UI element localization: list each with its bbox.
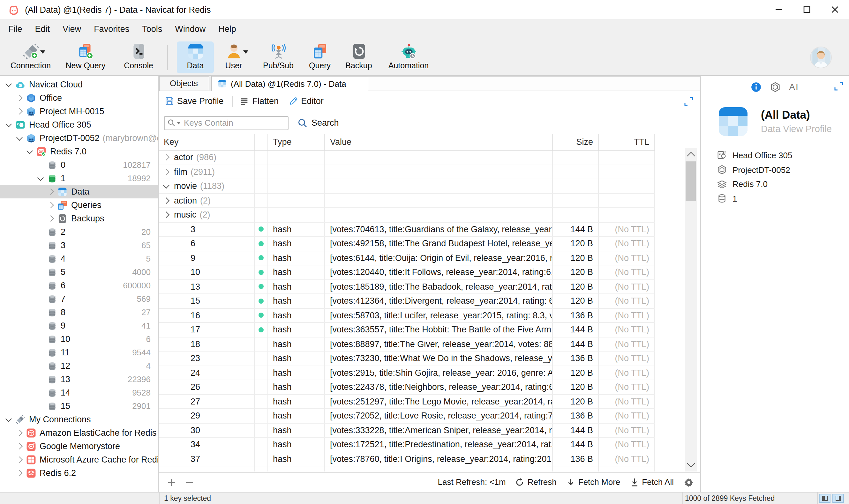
key-cell[interactable]: 18 [159, 337, 255, 352]
close-button[interactable] [821, 0, 849, 19]
scroll-up-icon[interactable] [687, 152, 695, 160]
scroll-down-icon[interactable] [687, 460, 695, 467]
info-icon[interactable] [751, 82, 762, 92]
expand-view-icon[interactable] [684, 97, 693, 106]
table-row-23[interactable]: 23hash[votes:73230, title:What We Do in … [159, 352, 655, 366]
tree-item-data[interactable]: Data [0, 185, 158, 198]
user-avatar[interactable] [810, 47, 832, 68]
flatten-button[interactable]: Flatten [240, 97, 279, 106]
value-cell[interactable]: [votes:363557, title:The Hobbit: The Bat… [325, 323, 552, 337]
value-cell[interactable] [325, 179, 552, 194]
value-cell[interactable]: [votes:58703, title:Lucifer, release_yea… [325, 308, 552, 323]
tree-item-navicat-cloud[interactable]: Navicat Cloud [0, 78, 158, 91]
tree-item-6[interactable]: 6600000 [0, 279, 158, 292]
tree-item-amazon-elasticache-for-redis[interactable]: Amazon ElastiCache for Redis [0, 426, 158, 439]
keys-contain-input[interactable] [164, 116, 288, 130]
key-cell[interactable]: actor(986) [159, 150, 255, 165]
key-cell[interactable]: 13 [159, 280, 255, 294]
table-row-37[interactable]: 37hash[votes:78760, title:I Origins, rel… [159, 452, 655, 466]
expand-arrow-icon[interactable] [164, 198, 172, 203]
collapse-arrow-icon[interactable] [6, 123, 15, 126]
toolbar-button-connection[interactable]: Connection [4, 41, 57, 73]
tree-item-projectdt-0052[interactable]: ProjectDT-0052(marybrown@g [0, 131, 158, 145]
table-row-action[interactable]: action(2) [159, 194, 655, 208]
toolbar-button-console[interactable]: Console [116, 41, 161, 73]
tree-item-7[interactable]: 7569 [0, 292, 158, 306]
value-cell[interactable]: [votes:333228, title:American Sniper, re… [325, 423, 552, 438]
table-row-26[interactable]: 26hash[votes:224378, title:Neighbors, re… [159, 380, 655, 395]
toolbar-button-query[interactable]: Query [303, 41, 337, 73]
table-row-30[interactable]: 30hash[votes:333228, title:American Snip… [159, 423, 655, 438]
value-cell[interactable]: [votes:704613, title:Guardians of the Ga… [325, 222, 552, 237]
refresh-button[interactable]: Refresh [515, 477, 556, 487]
menu-item-window[interactable]: Window [169, 19, 212, 39]
toggle-left-pane-button[interactable] [819, 493, 831, 502]
column-header-ttl[interactable]: TTL [599, 134, 655, 150]
table-row-actor[interactable]: actor(986) [159, 150, 655, 165]
table-row-13[interactable]: 13hash[votes:185189, title:The Babadook,… [159, 280, 655, 294]
tree-item-12[interactable]: 124 [0, 359, 158, 373]
collapse-arrow-icon[interactable] [17, 137, 26, 139]
dropdown-caret-icon[interactable] [243, 50, 248, 54]
fetch-more-button[interactable]: Fetch More [566, 477, 620, 487]
value-cell[interactable]: [votes:88897, title:The Giver, release_y… [325, 337, 552, 352]
value-cell[interactable]: [votes:185189, title:The Babadook, relea… [325, 280, 552, 294]
remove-key-button[interactable] [184, 477, 194, 487]
value-cell[interactable]: [votes:78760, title:I Origins, release_y… [325, 452, 552, 466]
expand-arrow-icon[interactable] [17, 109, 26, 113]
key-cell[interactable]: 16 [159, 308, 255, 323]
table-row-27[interactable]: 27hash[votes:251297, title:The Lego Movi… [159, 395, 655, 409]
table-row-24[interactable]: 24hash[votes:2915, title:Shin Gojira, re… [159, 366, 655, 380]
key-cell[interactable]: action(2) [159, 194, 255, 208]
key-cell[interactable]: 30 [159, 423, 255, 438]
value-cell[interactable]: [votes:6144, title:Ouija: Origin of Evil… [325, 251, 552, 265]
table-row-9[interactable]: 9hash[votes:6144, title:Ouija: Origin of… [159, 251, 655, 265]
tree-item-2[interactable]: 220 [0, 225, 158, 239]
value-cell[interactable] [325, 165, 552, 179]
menu-item-edit[interactable]: Edit [29, 19, 56, 39]
toolbar-button-pub-sub[interactable]: Pub/Sub [257, 41, 299, 73]
column-header-type[interactable]: Type [268, 134, 325, 150]
vertical-scrollbar[interactable] [685, 148, 697, 471]
expand-arrow-icon[interactable] [17, 444, 26, 449]
tree-item-microsoft-azure-cache-for-redis[interactable]: Microsoft Azure Cache for Redis [0, 453, 158, 466]
menu-item-tools[interactable]: Tools [136, 19, 169, 39]
toggle-right-pane-button[interactable] [832, 493, 844, 502]
key-cell[interactable]: 27 [159, 395, 255, 409]
maximize-button[interactable] [793, 0, 821, 19]
key-cell[interactable]: 10 [159, 265, 255, 280]
value-cell[interactable]: [votes:72052, title:Love Rosie, release_… [325, 409, 552, 423]
table-row-34[interactable]: 34hash[votes:172521, title:Predestinatio… [159, 438, 655, 452]
key-cell[interactable]: 3 [159, 222, 255, 237]
value-cell[interactable]: [votes:73230, title:What We Do in the Sh… [325, 352, 552, 366]
table-row-movie[interactable]: movie(1183) [159, 179, 655, 194]
expand-arrow-icon[interactable] [49, 203, 57, 208]
expand-arrow-icon[interactable] [164, 213, 172, 217]
menu-item-favorites[interactable]: Favorites [87, 19, 136, 39]
table-row-17[interactable]: 17hash[votes:363557, title:The Hobbit: T… [159, 323, 655, 337]
key-cell[interactable]: movie(1183) [159, 179, 255, 194]
tree-item-backups[interactable]: Backups [0, 212, 158, 225]
key-cell[interactable]: music(2) [159, 208, 255, 222]
expand-arrow-icon[interactable] [17, 96, 26, 100]
save-profile-button[interactable]: Save Profile [164, 97, 224, 106]
collapse-arrow-icon[interactable] [6, 418, 15, 421]
tree-item-11[interactable]: 119544 [0, 346, 158, 359]
key-cell[interactable]: 37 [159, 452, 255, 466]
key-cell[interactable]: 34 [159, 438, 255, 452]
value-cell[interactable] [325, 208, 552, 222]
tree-item-14[interactable]: 149528 [0, 386, 158, 399]
column-header-key[interactable]: Key [159, 134, 255, 150]
tab-data-view[interactable]: (All Data) @1(Redis 7.0) - Data [211, 76, 368, 91]
menu-item-view[interactable]: View [56, 19, 87, 39]
expand-arrow-icon[interactable] [17, 457, 26, 462]
tree-item-office[interactable]: Office [0, 91, 158, 105]
tree-item-my-connections[interactable]: My Connections [0, 413, 158, 426]
value-cell[interactable]: [votes:2915, title:Shin Gojira, release_… [325, 366, 552, 380]
expand-arrow-icon[interactable] [49, 190, 57, 194]
minimize-button[interactable] [765, 0, 793, 19]
toolbar-button-user[interactable]: User [217, 41, 250, 73]
expand-arrow-icon[interactable] [17, 471, 26, 475]
key-cell[interactable]: film(2911) [159, 165, 255, 179]
toolbar-button-backup[interactable]: Backup [339, 41, 378, 73]
